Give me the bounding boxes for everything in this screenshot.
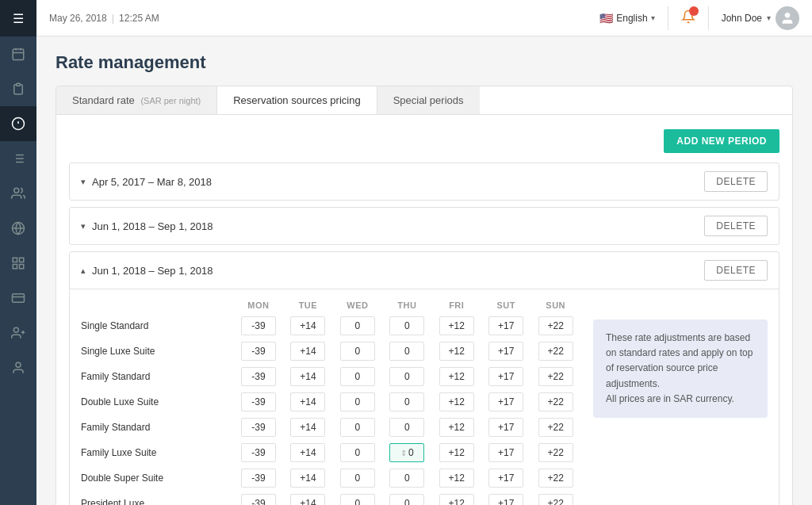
cell-mon-7[interactable]: -39: [234, 491, 283, 505]
table-row: President Luxe-39+1400+12+17+22: [81, 491, 580, 505]
cell-fri-1[interactable]: +12: [432, 339, 481, 364]
cell-sat-0[interactable]: +17: [481, 313, 530, 339]
cell-sun-1[interactable]: +22: [530, 339, 580, 364]
period-2-delete-button[interactable]: DELETE: [704, 216, 768, 236]
sidebar-item-clipboard[interactable]: [0, 71, 36, 106]
cell-tue-5[interactable]: +14: [283, 440, 332, 465]
tab-standard-rate-label: Standard rate: [72, 94, 135, 106]
svg-rect-19: [20, 265, 24, 269]
user-menu[interactable]: John Doe ▾: [722, 6, 799, 30]
cell-fri-7[interactable]: +12: [432, 491, 481, 505]
cell-wed-0[interactable]: 0: [333, 313, 382, 339]
cell-tue-6[interactable]: +14: [283, 465, 332, 491]
cell-fri-4[interactable]: +12: [432, 415, 481, 440]
cell-sun-3[interactable]: +22: [530, 389, 580, 415]
cell-mon-0[interactable]: -39: [234, 313, 283, 339]
room-name: Double Super Suite: [81, 465, 234, 491]
cell-tue-0[interactable]: +14: [283, 313, 332, 339]
period-3-delete-button[interactable]: DELETE: [704, 260, 768, 281]
sidebar-item-users[interactable]: [0, 176, 36, 211]
cell-wed-4[interactable]: 0: [333, 415, 382, 440]
cell-fri-3[interactable]: +12: [432, 389, 481, 415]
col-fri: FRI: [432, 297, 481, 313]
cell-tue-1[interactable]: +14: [283, 339, 332, 364]
cell-mon-6[interactable]: -39: [234, 465, 283, 491]
cell-sat-1[interactable]: +17: [481, 339, 530, 364]
tab-standard-rate[interactable]: Standard rate (SAR per night): [56, 86, 217, 114]
cell-mon-3[interactable]: -39: [234, 389, 283, 415]
notification-bell[interactable]: [681, 10, 695, 26]
cell-mon-1[interactable]: -39: [234, 339, 283, 364]
add-new-period-button[interactable]: ADD NEW PERIOD: [664, 129, 779, 153]
cell-sun-5[interactable]: +22: [530, 440, 580, 465]
cell-sun-2[interactable]: +22: [530, 364, 580, 389]
cell-thu-5[interactable]: ⇕0: [382, 440, 431, 465]
cell-wed-3[interactable]: 0: [333, 389, 382, 415]
cell-sat-4[interactable]: +17: [481, 415, 530, 440]
topbar-right: 🇺🇸 English ▾ John Doe ▾: [599, 6, 799, 30]
sidebar-item-rate[interactable]: [0, 106, 36, 141]
cell-sat-2[interactable]: +17: [481, 364, 530, 389]
cell-sun-7[interactable]: +22: [530, 491, 580, 505]
room-name: Single Standard: [81, 313, 234, 339]
cell-sun-4[interactable]: +22: [530, 415, 580, 440]
cell-thu-0[interactable]: 0: [382, 313, 431, 339]
cell-wed-5[interactable]: 0: [333, 440, 382, 465]
sidebar-logo[interactable]: ☰: [0, 0, 36, 36]
period-1-header[interactable]: ▾ Apr 5, 2017 – Mar 8, 2018 DELETE: [70, 163, 779, 200]
sidebar-item-calendar[interactable]: [0, 36, 36, 71]
period-1-label: Apr 5, 2017 – Mar 8, 2018: [92, 176, 704, 188]
cell-tue-4[interactable]: +14: [283, 415, 332, 440]
col-sun: SUN: [530, 297, 580, 313]
cell-fri-0[interactable]: +12: [432, 313, 481, 339]
cell-fri-5[interactable]: +12: [432, 440, 481, 465]
sidebar-item-globe[interactable]: [0, 211, 36, 246]
cell-sat-6[interactable]: +17: [481, 465, 530, 491]
cell-wed-2[interactable]: 0: [333, 364, 382, 389]
cell-fri-2[interactable]: +12: [432, 364, 481, 389]
topbar-divider: [668, 6, 668, 30]
menu-icon[interactable]: ☰: [13, 11, 24, 26]
sidebar-item-card[interactable]: [0, 281, 36, 316]
cell-sat-5[interactable]: +17: [481, 440, 530, 465]
cell-sun-6[interactable]: +22: [530, 465, 580, 491]
period-1-toggle-icon: ▾: [81, 177, 86, 187]
col-tue: TUE: [283, 297, 332, 313]
sidebar-item-list[interactable]: [0, 141, 36, 176]
cell-wed-1[interactable]: 0: [333, 339, 382, 364]
cell-sat-3[interactable]: +17: [481, 389, 530, 415]
cell-tue-7[interactable]: +14: [283, 491, 332, 505]
cell-mon-5[interactable]: -39: [234, 440, 283, 465]
cell-wed-7[interactable]: 0: [333, 491, 382, 505]
period-3-toggle-icon: ▴: [81, 266, 86, 276]
cell-tue-2[interactable]: +14: [283, 364, 332, 389]
sidebar-item-person[interactable]: [0, 350, 36, 385]
language-selector[interactable]: 🇺🇸 English ▾: [599, 12, 654, 25]
cell-fri-6[interactable]: +12: [432, 465, 481, 491]
sidebar-item-person-add[interactable]: [0, 316, 36, 350]
period-2-header[interactable]: ▾ Jun 1, 2018 – Sep 1, 2018 DELETE: [70, 208, 779, 244]
col-room: [81, 297, 234, 313]
cell-thu-6[interactable]: 0: [382, 465, 431, 491]
cell-sat-7[interactable]: +17: [481, 491, 530, 505]
cell-thu-2[interactable]: 0: [382, 364, 431, 389]
cell-mon-2[interactable]: -39: [234, 364, 283, 389]
svg-point-26: [16, 362, 21, 367]
col-mon: MON: [234, 297, 283, 313]
sidebar-item-grid[interactable]: [0, 246, 36, 281]
cell-wed-6[interactable]: 0: [333, 465, 382, 491]
cell-thu-7[interactable]: 0: [382, 491, 431, 505]
tab-special-periods-label: Special periods: [393, 94, 464, 106]
cell-mon-4[interactable]: -39: [234, 415, 283, 440]
period-1-delete-button[interactable]: DELETE: [704, 171, 768, 192]
period-row-3: ▴ Jun 1, 2018 – Sep 1, 2018 DELETE MON T…: [69, 251, 779, 505]
cell-sun-0[interactable]: +22: [530, 313, 580, 339]
cell-thu-4[interactable]: 0: [382, 415, 431, 440]
room-name: Double Luxe Suite: [81, 389, 234, 415]
tab-reservation-sources-pricing[interactable]: Reservation sources pricing: [217, 86, 377, 114]
cell-thu-3[interactable]: 0: [382, 389, 431, 415]
period-3-header[interactable]: ▴ Jun 1, 2018 – Sep 1, 2018 DELETE: [70, 252, 779, 289]
tab-special-periods[interactable]: Special periods: [377, 86, 480, 114]
cell-thu-1[interactable]: 0: [382, 339, 431, 364]
cell-tue-3[interactable]: +14: [283, 389, 332, 415]
